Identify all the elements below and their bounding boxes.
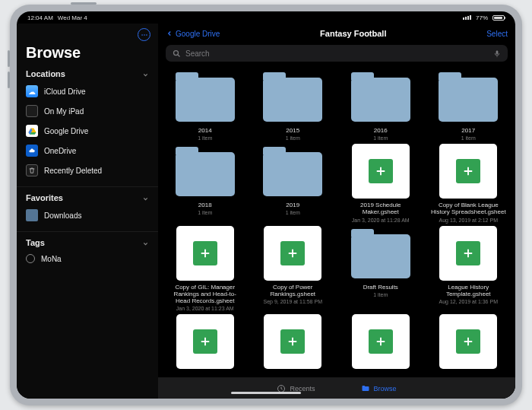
svg-rect-8 <box>496 50 499 54</box>
folder-icon <box>172 144 239 199</box>
folder-icon <box>435 69 502 124</box>
folder-icon <box>347 69 414 124</box>
sidebar-item-label: OneDrive <box>44 147 76 155</box>
file-meta: 1 item <box>198 210 212 215</box>
file-meta: 1 item <box>198 135 212 141</box>
file-tile[interactable]: Draft Results1 item <box>340 226 422 312</box>
file-name: 2019 <box>286 202 299 208</box>
file-name: Copy of Blank League History Spreadsheet… <box>430 202 506 215</box>
page-title: Fantasy Football <box>226 29 480 38</box>
battery-percent: 77% <box>476 14 488 21</box>
gsheet-icon <box>172 314 239 369</box>
sidebar-item-ipad[interactable]: On My iPad <box>21 101 154 121</box>
file-tile[interactable]: League History Template.gsheetAug 12, 20… <box>428 226 510 312</box>
folder-icon <box>259 69 326 124</box>
file-tile[interactable]: 2019 Schedule Maker.gsheetJan 3, 2020 at… <box>340 144 422 222</box>
sidebar-item-downloads[interactable]: Downloads <box>21 205 154 225</box>
search-placeholder: Search <box>185 49 488 58</box>
main-pane: Google Drive Fantasy Football Select Sea… <box>158 24 515 399</box>
gsheet-icon <box>259 226 326 281</box>
status-date: Wed Mar 4 <box>58 14 87 21</box>
section-tags-header[interactable]: Tags <box>17 237 158 249</box>
nav-bar: Google Drive Fantasy Football Select <box>158 24 515 43</box>
gsheet-icon <box>172 226 239 281</box>
sidebar-item-tag[interactable]: MoNa <box>21 250 154 267</box>
tab-label: Recents <box>290 385 315 393</box>
file-name: 2014 <box>198 127 212 134</box>
trash-icon <box>26 164 38 176</box>
file-tile[interactable] <box>252 314 334 373</box>
chevron-down-icon <box>142 195 149 202</box>
file-meta: Jan 3, 2020 at 11:23 AM <box>176 306 234 311</box>
section-label: Tags <box>26 238 45 247</box>
file-tile[interactable]: Copy of GIL: Manager Rankings and Head-t… <box>164 226 246 312</box>
wifi-icon <box>463 15 471 20</box>
sidebar-item-google-drive[interactable]: Google Drive <box>21 121 154 141</box>
file-grid-scroll[interactable]: 20141 item20151 item20161 item20171 item… <box>158 66 515 377</box>
file-name: 2017 <box>461 127 475 134</box>
icloud-icon: ☁ <box>26 85 38 97</box>
home-indicator[interactable] <box>231 392 301 394</box>
sidebar-title: Browse <box>17 43 158 68</box>
sidebar-item-onedrive[interactable]: OneDrive <box>21 141 154 161</box>
file-grid: 20141 item20151 item20161 item20171 item… <box>164 69 509 373</box>
gsheet-icon <box>435 226 502 281</box>
tab-browse[interactable]: Browse <box>361 384 397 393</box>
gsheet-icon <box>347 144 414 199</box>
svg-point-0 <box>141 34 143 36</box>
file-meta: 1 item <box>286 135 300 141</box>
file-tile[interactable]: 20141 item <box>164 69 246 141</box>
back-button[interactable]: Google Drive <box>166 30 220 38</box>
file-tile[interactable] <box>164 314 246 373</box>
search-icon <box>172 49 181 58</box>
google-drive-icon <box>26 125 38 137</box>
sidebar-item-label: iCloud Drive <box>44 87 85 96</box>
section-label: Locations <box>26 69 65 78</box>
file-meta: 1 item <box>373 292 388 297</box>
section-favorites-header[interactable]: Favorites <box>17 192 158 204</box>
file-name: 2015 <box>286 127 299 134</box>
file-meta: Aug 12, 2019 at 1:36 PM <box>439 299 498 304</box>
tab-label: Browse <box>374 385 397 393</box>
section-locations-header[interactable]: Locations <box>17 68 158 80</box>
folder-icon <box>26 209 38 221</box>
file-tile[interactable]: 20171 item <box>428 69 510 141</box>
file-name: 2016 <box>374 127 388 134</box>
file-tile[interactable]: 20191 item <box>252 144 334 222</box>
status-bar: 12:04 AM Wed Mar 4 77% <box>17 11 515 24</box>
file-meta: 1 item <box>373 135 388 141</box>
sidebar-item-icloud[interactable]: ☁ iCloud Drive <box>21 81 154 101</box>
sidebar-item-label: MoNa <box>41 255 62 263</box>
file-tile[interactable]: 20181 item <box>164 144 246 222</box>
file-tile[interactable] <box>340 314 422 373</box>
gsheet-icon <box>435 314 502 369</box>
battery-icon <box>492 15 505 21</box>
file-name: 2018 <box>198 202 212 208</box>
file-tile[interactable]: Copy of Blank League History Spreadsheet… <box>428 144 510 222</box>
chevron-left-icon <box>166 30 173 37</box>
file-meta: 1 item <box>461 135 476 141</box>
sidebar-item-label: Downloads <box>44 211 81 220</box>
back-label: Google Drive <box>176 30 220 38</box>
file-meta: Sep 9, 2019 at 11:58 PM <box>264 299 322 304</box>
folder-icon <box>172 69 239 124</box>
file-tile[interactable]: Copy of Power Rankings.gsheetSep 9, 2019… <box>252 226 334 312</box>
select-button[interactable]: Select <box>486 30 508 38</box>
more-circle-icon[interactable] <box>138 28 150 41</box>
gsheet-icon <box>347 314 414 369</box>
file-tile[interactable]: 20161 item <box>340 69 422 141</box>
divider <box>17 186 158 187</box>
locations-list: ☁ iCloud Drive On My iPad Google Drive <box>17 80 158 182</box>
search-input[interactable]: Search <box>166 45 508 62</box>
sidebar-item-trash[interactable]: Recently Deleted <box>21 161 154 180</box>
sidebar: Browse Locations ☁ iCloud Drive On My iP… <box>17 24 158 399</box>
file-tile[interactable] <box>428 314 510 373</box>
file-tile[interactable]: 20151 item <box>252 69 334 141</box>
tag-circle-icon <box>26 254 35 263</box>
tab-bar: Recents Browse <box>158 377 515 399</box>
chevron-down-icon <box>142 71 149 78</box>
chevron-down-icon <box>142 240 149 246</box>
mic-icon[interactable] <box>492 49 502 58</box>
sidebar-item-label: On My iPad <box>44 107 84 116</box>
power-button <box>71 2 97 5</box>
